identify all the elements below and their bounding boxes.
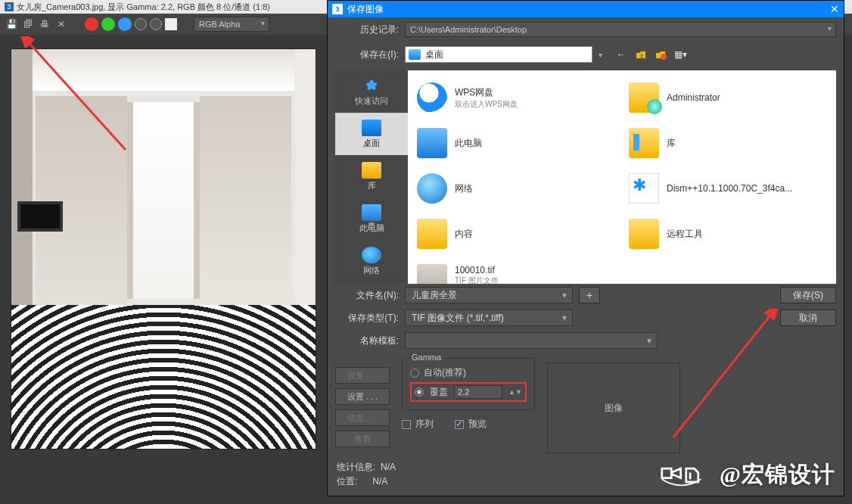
pos-value: N/A bbox=[372, 476, 387, 487]
channel-red-icon[interactable] bbox=[85, 17, 98, 31]
file-admin[interactable]: Administrator bbox=[623, 76, 833, 119]
watermark: @宏锦设计 bbox=[658, 459, 835, 490]
place-desktop[interactable]: 桌面 bbox=[335, 113, 408, 155]
filename-label: 文件名(N): bbox=[335, 289, 399, 302]
file-remote[interactable]: 远程工具 bbox=[623, 213, 833, 255]
filetype-label: 保存类型(T): bbox=[335, 312, 399, 325]
place-quick[interactable]: 快速访问 bbox=[335, 70, 408, 113]
sequence-checkbox[interactable]: 序列 bbox=[402, 418, 434, 431]
stats-value: N/A bbox=[381, 462, 396, 472]
savein-value: 桌面 bbox=[425, 48, 443, 61]
pos-label: 位置: bbox=[337, 476, 357, 487]
filetype-select[interactable]: TIF 图像文件 (*.tif,*.tiff) bbox=[405, 310, 573, 326]
place-library[interactable]: 库 bbox=[335, 155, 408, 198]
savein-field[interactable]: 桌面 bbox=[405, 46, 592, 63]
gamma-override-radio[interactable] bbox=[415, 387, 424, 397]
place-pc[interactable]: 此电脑 bbox=[335, 198, 408, 240]
view-mode-icon[interactable]: ▦▾ bbox=[673, 48, 687, 61]
save-image-dialog: 3 保存图像 ✕ 历史记录: C:\Users\Administrator\De… bbox=[327, 0, 844, 496]
nametpl-select[interactable] bbox=[405, 332, 658, 349]
desktop-icon bbox=[409, 49, 421, 60]
dialog-close-icon[interactable]: ✕ bbox=[830, 3, 839, 15]
new-folder-icon[interactable] bbox=[654, 48, 667, 61]
preview-checkbox[interactable]: 预览 bbox=[455, 418, 487, 431]
file-content[interactable]: 内容 bbox=[411, 213, 621, 255]
file-list[interactable]: WPS网盘双击进入WPS网盘 Administrator 此电脑 库 网络 Di… bbox=[408, 70, 836, 284]
plus-button[interactable]: + bbox=[579, 287, 600, 303]
gamma-auto-radio[interactable]: 自动(推荐) bbox=[410, 366, 527, 379]
file-lib[interactable]: 库 bbox=[623, 122, 833, 164]
device-button[interactable]: 设备 . . . bbox=[335, 367, 390, 384]
title-text: 女儿房_Camera003.jpg, 显示 Gamma: 2.2, RGB 颜色… bbox=[17, 0, 270, 14]
filename-input[interactable]: 儿童房全景 bbox=[405, 287, 573, 303]
render-preview bbox=[11, 48, 316, 450]
dialog-title-text: 保存图像 bbox=[347, 3, 384, 16]
channel-alpha-icon[interactable] bbox=[135, 18, 147, 30]
gamma-legend: Gamma bbox=[409, 353, 444, 362]
back-icon[interactable]: ← bbox=[614, 48, 628, 61]
close-icon[interactable]: ✕ bbox=[54, 17, 68, 31]
gamma-value-input[interactable] bbox=[454, 385, 502, 399]
dialog-titlebar[interactable]: 3 保存图像 ✕ bbox=[328, 1, 844, 17]
cancel-button[interactable]: 取消 bbox=[780, 310, 836, 326]
gamma-override-row[interactable]: 覆盖 ▲▼ bbox=[410, 382, 527, 402]
info-button[interactable]: 信息 . . . bbox=[335, 409, 390, 426]
save-icon[interactable]: 💾 bbox=[5, 17, 18, 31]
channel-green-icon[interactable] bbox=[101, 17, 115, 31]
file-net[interactable]: 网络 bbox=[411, 167, 621, 210]
setup-button[interactable]: 设置 . . . bbox=[335, 388, 390, 405]
print-icon[interactable]: 🖶 bbox=[38, 17, 51, 31]
place-network[interactable]: 网络 bbox=[335, 240, 408, 282]
copy-icon[interactable]: 🗐 bbox=[21, 17, 35, 31]
savein-label: 保存在(I): bbox=[335, 48, 399, 61]
display-mode-select[interactable]: RGB Alpha bbox=[194, 17, 269, 32]
file-wps[interactable]: WPS网盘双击进入WPS网盘 bbox=[411, 76, 621, 119]
gamma-group: Gamma 自动(推荐) 覆盖 ▲▼ bbox=[402, 358, 535, 410]
file-dism[interactable]: Dism++10.1.1000.70C_3f4ca... bbox=[623, 167, 833, 210]
channel-mono-icon[interactable] bbox=[150, 18, 162, 30]
up-icon[interactable] bbox=[634, 48, 648, 61]
stats-label: 统计信息: bbox=[337, 462, 375, 472]
places-sidebar: 快速访问 桌面 库 此电脑 网络 bbox=[335, 70, 408, 284]
swatch-icon[interactable] bbox=[165, 18, 177, 30]
image-preview-box: 图像 bbox=[547, 362, 680, 453]
svg-point-1 bbox=[661, 54, 667, 60]
gamma-override-label: 覆盖 bbox=[430, 386, 448, 399]
history-label: 历史记录: bbox=[335, 23, 399, 36]
nametpl-label: 名称模板: bbox=[335, 334, 399, 347]
channel-blue-icon[interactable] bbox=[118, 17, 132, 31]
history-select[interactable]: C:\Users\Administrator\Desktop bbox=[405, 22, 836, 37]
save-button[interactable]: 保存(S) bbox=[780, 287, 836, 303]
file-tif[interactable]: 100010.tifTIF 图片文件91.5 MB bbox=[411, 258, 621, 284]
view-button[interactable]: 查看 bbox=[335, 431, 390, 447]
file-pc[interactable]: 此电脑 bbox=[411, 122, 621, 164]
